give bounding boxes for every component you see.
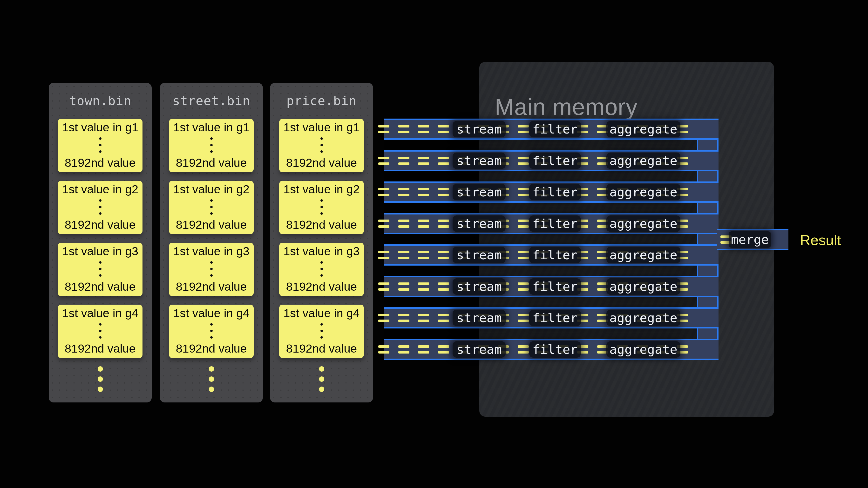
- ellipsis-dots-icon: [99, 323, 101, 338]
- merge-stub: merge: [717, 229, 788, 250]
- stage-box-filter: filter: [529, 184, 581, 200]
- file-column-street: street.bin1st value in g18192nd value1st…: [160, 83, 263, 402]
- data-chunk-icon: [438, 157, 449, 165]
- stage-label: filter: [532, 217, 578, 231]
- stage-label: aggregate: [610, 217, 678, 231]
- data-chunk-icon: [438, 314, 449, 322]
- stage-box-stream: stream: [453, 153, 506, 169]
- stage-box-aggregate: aggregate: [607, 153, 680, 169]
- block-last-value: 8192nd value: [176, 281, 247, 293]
- stage-label: aggregate: [610, 185, 678, 199]
- stage-label: stream: [457, 154, 502, 168]
- value-block-g4: 1st value in g48192nd value: [58, 304, 143, 358]
- stage-box-aggregate: aggregate: [607, 216, 680, 232]
- stage-box-filter: filter: [529, 341, 581, 358]
- ellipsis-dots-icon: [210, 261, 213, 276]
- data-chunk-icon: [518, 345, 529, 354]
- stage-label: stream: [457, 217, 502, 231]
- data-chunk-icon: [518, 125, 529, 133]
- ellipsis-dots-icon: [99, 261, 101, 276]
- block-last-value: 8192nd value: [176, 157, 247, 169]
- data-chunk-icon: [398, 314, 409, 322]
- block-last-value: 8192nd value: [65, 157, 135, 169]
- merge-box: merge: [728, 231, 771, 248]
- data-chunk-icon: [398, 157, 409, 165]
- block-first-value: 1st value in g1: [62, 121, 138, 133]
- stage-box-aggregate: aggregate: [607, 278, 680, 295]
- data-chunk-icon: [418, 157, 429, 165]
- data-chunk-icon: [518, 220, 529, 228]
- pipeline-row-3: streamfilteraggregate: [384, 182, 718, 203]
- stage-label: filter: [532, 342, 578, 357]
- ellipsis-dots-icon: [320, 199, 323, 215]
- stage-box-stream: stream: [453, 310, 506, 326]
- pipeline-gap: [384, 234, 697, 245]
- data-chunk-icon: [418, 283, 429, 291]
- stage-label: filter: [532, 122, 578, 136]
- value-block-g1: 1st value in g18192nd value: [58, 119, 143, 172]
- merge-label: merge: [731, 232, 769, 247]
- stage-label: filter: [532, 279, 578, 294]
- pipeline-gap: [384, 203, 697, 213]
- data-chunk-icon: [438, 251, 449, 259]
- stage-box-aggregate: aggregate: [607, 247, 680, 263]
- stage-box-aggregate: aggregate: [607, 341, 680, 358]
- stage-box-filter: filter: [529, 216, 581, 232]
- value-block-g2: 1st value in g28192nd value: [58, 181, 143, 234]
- data-chunk-icon: [518, 314, 529, 322]
- pipeline-row-4: streamfilteraggregate: [384, 213, 718, 234]
- data-chunk-icon: [438, 125, 449, 133]
- data-chunk-icon: [398, 125, 409, 133]
- stage-box-stream: stream: [453, 247, 506, 263]
- data-chunk-icon: [378, 220, 390, 228]
- block-first-value: 1st value in g2: [283, 183, 360, 195]
- block-first-value: 1st value in g1: [283, 121, 360, 133]
- data-chunk-icon: [518, 188, 529, 196]
- block-first-value: 1st value in g4: [283, 307, 360, 319]
- stage-box-aggregate: aggregate: [607, 184, 680, 200]
- stage-label: aggregate: [610, 311, 678, 325]
- stage-label: filter: [532, 311, 578, 325]
- stage-box-aggregate: aggregate: [607, 310, 680, 326]
- pipeline-row-8: streamfilteraggregate: [384, 339, 718, 360]
- stage-label: stream: [457, 185, 502, 199]
- data-chunk-icon: [398, 220, 409, 228]
- file-header: town.bin: [49, 83, 152, 119]
- value-block-g3: 1st value in g38192nd value: [58, 243, 143, 296]
- pipeline-gap: [384, 140, 697, 150]
- block-first-value: 1st value in g4: [173, 307, 250, 319]
- ellipsis-dots-icon: [320, 323, 323, 338]
- value-block-g2: 1st value in g28192nd value: [169, 181, 254, 234]
- data-chunk-icon: [418, 125, 429, 133]
- value-block-g3: 1st value in g38192nd value: [279, 243, 364, 296]
- pipeline-gap: [384, 297, 697, 307]
- ellipsis-dots-icon: [210, 199, 213, 215]
- block-last-value: 8192nd value: [65, 343, 135, 355]
- more-groups-dots-icon: [98, 366, 103, 392]
- value-block-g3: 1st value in g38192nd value: [169, 243, 254, 296]
- data-chunk-icon: [398, 345, 409, 354]
- block-last-value: 8192nd value: [286, 343, 357, 355]
- data-chunk-icon: [398, 283, 409, 291]
- stage-label: stream: [457, 342, 502, 357]
- data-chunk-icon: [398, 188, 409, 196]
- stage-box-filter: filter: [529, 247, 581, 263]
- data-chunk-icon: [438, 283, 449, 291]
- block-first-value: 1st value in g3: [283, 245, 360, 257]
- block-last-value: 8192nd value: [65, 219, 135, 231]
- main-memory-title: Main memory: [495, 94, 638, 120]
- value-block-g1: 1st value in g18192nd value: [279, 119, 364, 172]
- block-last-value: 8192nd value: [65, 281, 135, 293]
- data-chunk-icon: [418, 314, 429, 322]
- stage-box-stream: stream: [453, 184, 506, 200]
- pipeline-gap: [384, 171, 697, 182]
- pipeline-row-1: streamfilteraggregate: [384, 119, 718, 140]
- value-block-g4: 1st value in g48192nd value: [169, 304, 254, 358]
- pipeline-row-5: streamfilteraggregate: [384, 245, 718, 266]
- stage-box-aggregate: aggregate: [607, 121, 680, 137]
- block-last-value: 8192nd value: [176, 343, 247, 355]
- pipeline-row-2: streamfilteraggregate: [384, 150, 718, 171]
- stage-label: aggregate: [610, 342, 678, 357]
- pipeline-gap: [384, 328, 697, 339]
- data-chunk-icon: [398, 251, 409, 259]
